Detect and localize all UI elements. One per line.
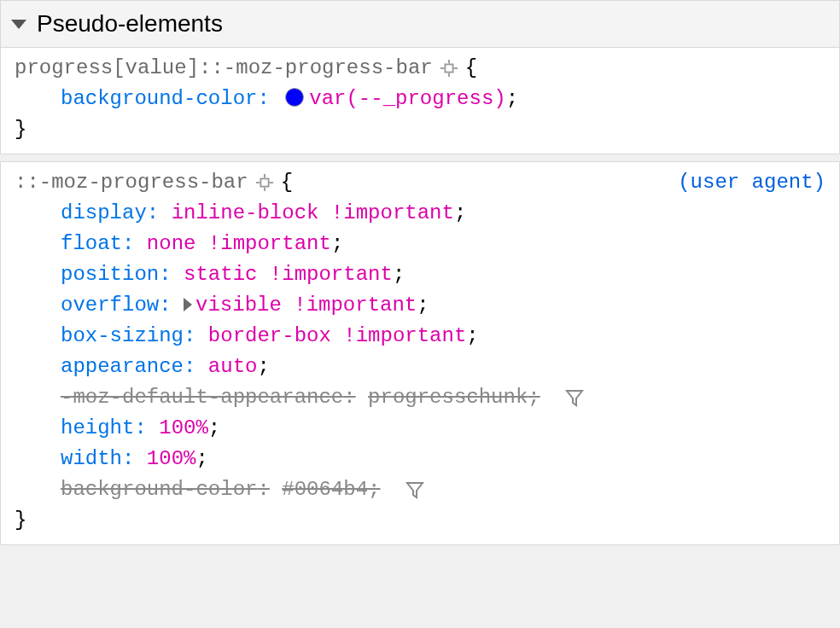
inspect-element-icon[interactable] <box>255 173 274 192</box>
open-brace: { <box>465 53 477 84</box>
pseudo-elements-header[interactable]: Pseudo-elements <box>0 0 840 48</box>
css-declaration[interactable]: height: 100%; <box>15 413 825 444</box>
css-declaration[interactable]: float: none !important; <box>15 229 825 259</box>
css-property: float <box>61 232 122 255</box>
css-property: width <box>61 447 122 470</box>
color-swatch-icon[interactable] <box>285 88 304 107</box>
css-property: display <box>61 201 147 224</box>
svg-rect-5 <box>260 178 268 186</box>
css-value: 100% <box>147 447 196 470</box>
css-declaration[interactable]: position: static !important; <box>15 259 825 290</box>
css-declaration-overridden[interactable]: background-color: #0064b4; <box>15 474 825 505</box>
close-brace: } <box>15 114 825 145</box>
open-brace: { <box>281 167 293 198</box>
colon: : <box>257 87 269 110</box>
expand-shorthand-icon[interactable] <box>184 298 192 311</box>
css-property: background-color <box>61 87 257 110</box>
css-rule-author: progress[value]::-moz-progress-bar { bac… <box>0 48 840 154</box>
stylesheet-source-badge[interactable]: (user agent) <box>678 167 825 198</box>
css-value: #0064b4 <box>282 478 368 501</box>
close-brace: } <box>15 505 825 536</box>
css-declaration[interactable]: overflow: visible !important; <box>15 290 825 321</box>
css-declaration-overridden[interactable]: -moz-default-appearance: progresschunk; <box>15 382 825 413</box>
css-value: 100% <box>159 416 208 439</box>
css-value: static !important <box>184 263 393 286</box>
css-property: position <box>61 263 159 286</box>
selector-text: ::-moz-progress-bar <box>15 167 248 198</box>
css-declaration[interactable]: box-sizing: border-box !important; <box>15 321 825 352</box>
filter-icon[interactable] <box>405 480 425 500</box>
selector-line[interactable]: progress[value]::-moz-progress-bar { <box>15 53 825 84</box>
css-declaration[interactable]: display: inline-block !important; <box>15 198 825 229</box>
css-property: box-sizing <box>61 324 184 347</box>
css-value: visible !important <box>195 294 417 317</box>
css-declaration[interactable]: background-color: var(--_progress); <box>15 84 825 114</box>
css-declaration[interactable]: appearance: auto; <box>15 352 825 382</box>
css-value: auto <box>208 355 258 378</box>
css-value: none !important <box>147 232 331 255</box>
css-property: -moz-default-appearance <box>61 386 343 409</box>
css-property: height <box>61 416 134 439</box>
css-value: border-box !important <box>208 324 466 347</box>
css-value: var(--_progress) <box>309 87 505 110</box>
css-property: overflow <box>61 294 159 317</box>
filter-icon[interactable] <box>564 387 585 408</box>
css-rule-user-agent: ::-moz-progress-bar { (user agent) displ… <box>0 161 840 545</box>
collapse-triangle-icon <box>11 20 26 29</box>
selector-line[interactable]: ::-moz-progress-bar { (user agent) <box>15 167 825 198</box>
svg-rect-0 <box>445 64 452 72</box>
css-property: appearance <box>61 355 184 378</box>
selector-text: progress[value]::-moz-progress-bar <box>15 53 433 84</box>
css-value: inline-block !important <box>172 201 454 224</box>
semicolon: ; <box>506 87 518 110</box>
inspect-element-icon[interactable] <box>440 59 458 78</box>
css-declaration[interactable]: width: 100%; <box>15 444 825 474</box>
css-property: background-color <box>61 478 257 501</box>
css-value: progresschunk <box>368 386 528 409</box>
section-title: Pseudo-elements <box>37 6 223 42</box>
